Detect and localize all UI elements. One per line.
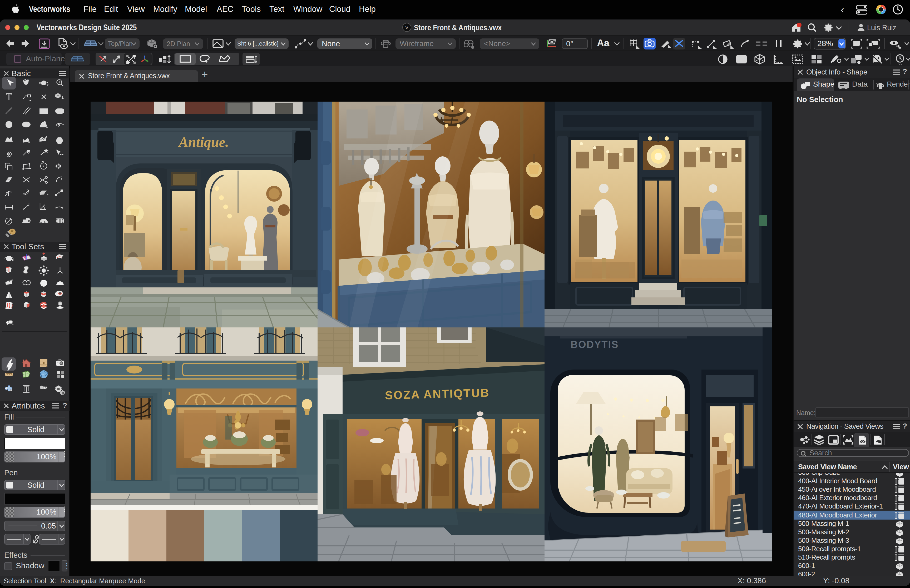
svg-text:V: V: [405, 25, 408, 30]
svg-text:Antique.: Antique.: [178, 134, 229, 150]
svg-text:SOZA ANTIQTUB: SOZA ANTIQTUB: [385, 386, 490, 402]
svg-text:BODYTIS: BODYTIS: [571, 339, 619, 350]
